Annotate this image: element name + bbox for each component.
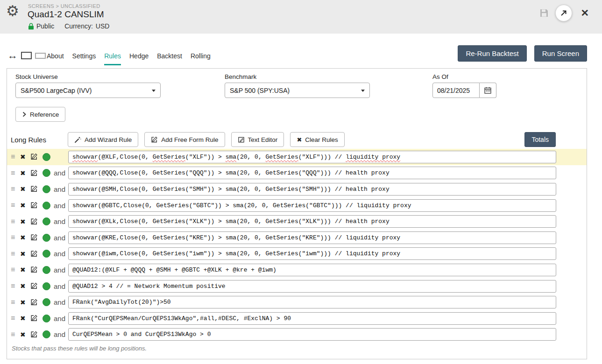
edit-rule-icon[interactable] <box>30 234 42 241</box>
delete-rule-icon[interactable]: ✖ <box>20 185 30 193</box>
edit-rule-icon[interactable] <box>30 202 42 209</box>
rule-connector-label: and <box>54 169 68 177</box>
rule-input[interactable]: FRank("AvgDailyTot(20)")>50 <box>68 296 556 308</box>
visibility-label: Public <box>36 22 54 30</box>
rule-row: ≡✖ and@QUAD12 > 4 // = Network Momentum … <box>7 278 587 294</box>
edit-rule-icon[interactable] <box>30 282 42 290</box>
app-header: ⚙ SCREENS > UNCLASSIFIED Quad1-2 CANSLIM… <box>0 0 602 34</box>
rule-enabled-toggle[interactable] <box>42 185 54 193</box>
layout-wide-icon[interactable] <box>21 52 32 59</box>
add-wizard-rule-button[interactable]: Add Wizard Rule <box>68 132 138 147</box>
rule-enabled-toggle[interactable] <box>42 330 54 338</box>
text-editor-button[interactable]: Text Editor <box>231 132 284 147</box>
edit-rule-icon[interactable] <box>30 266 42 273</box>
edit-rule-icon[interactable] <box>30 153 42 161</box>
rule-input[interactable]: showvar(@KRE,Close(0, GetSeries("KRE")) … <box>68 231 556 244</box>
reference-button[interactable]: Reference <box>15 107 65 122</box>
gear-icon[interactable]: ⚙ <box>6 4 19 18</box>
rule-enabled-toggle[interactable] <box>42 315 54 322</box>
rule-enabled-toggle[interactable] <box>42 250 54 258</box>
clear-rules-button[interactable]: ✖ Clear Rules <box>290 132 344 147</box>
rule-input[interactable]: showvar(@XLF,Close(0, GetSeries("XLF")) … <box>68 151 556 163</box>
delete-rule-icon[interactable]: ✖ <box>20 315 30 322</box>
delete-rule-icon[interactable]: ✖ <box>20 282 30 290</box>
rule-input[interactable]: @QUAD12:(@XLF + @QQQ + @SMH + @GBTC +@XL… <box>68 264 556 276</box>
rule-input[interactable]: showvar(@QQQ,Close(0, GetSeries("QQQ")) … <box>68 167 556 179</box>
add-freeform-rule-button[interactable]: Add Free Form Rule <box>144 132 225 147</box>
delete-rule-icon[interactable]: ✖ <box>20 218 30 225</box>
edit-rule-icon[interactable] <box>30 169 42 177</box>
tab-hedge[interactable]: Hedge <box>129 52 149 65</box>
as-of-date-input[interactable] <box>432 83 480 98</box>
delete-rule-icon[interactable]: ✖ <box>20 266 30 273</box>
rule-enabled-toggle[interactable] <box>42 169 54 177</box>
rule-input[interactable]: showvar(@iwm,Close(0, GetSeries("iwm")) … <box>68 247 556 260</box>
delete-rule-icon[interactable]: ✖ <box>20 250 30 258</box>
delete-rule-icon[interactable]: ✖ <box>20 331 30 338</box>
rule-row: ≡✖ showvar(@XLF,Close(0, GetSeries("XLF"… <box>7 149 587 165</box>
drag-handle-icon[interactable]: ≡ <box>11 153 20 161</box>
drag-handle-icon[interactable]: ≡ <box>11 314 20 322</box>
delete-rule-icon[interactable]: ✖ <box>20 299 30 306</box>
tab-settings[interactable]: Settings <box>72 52 96 65</box>
drag-handle-icon[interactable]: ≡ <box>11 298 20 307</box>
drag-handle-icon[interactable]: ≡ <box>11 233 20 242</box>
tab-rolling[interactable]: Rolling <box>191 52 211 65</box>
edit-rule-icon[interactable] <box>30 331 42 338</box>
rule-enabled-toggle[interactable] <box>42 234 54 242</box>
rule-enabled-toggle[interactable] <box>42 153 54 161</box>
rule-enabled-toggle[interactable] <box>42 202 54 210</box>
tab-about[interactable]: About <box>47 52 64 65</box>
edit-rule-icon[interactable] <box>30 315 42 322</box>
rule-input[interactable]: CurQEPSMean > 0 and CurQEPS13WkAgo > 0 <box>68 328 556 341</box>
drag-handle-icon[interactable]: ≡ <box>11 217 20 226</box>
edit-rule-icon[interactable] <box>30 250 42 258</box>
delete-rule-icon[interactable]: ✖ <box>20 169 30 177</box>
rerun-backtest-button[interactable]: Re-Run Backtest <box>458 45 526 62</box>
edit-rule-icon[interactable] <box>30 299 42 306</box>
benchmark-label: Benchmark <box>225 73 256 80</box>
drag-handle-icon[interactable]: ≡ <box>11 185 20 193</box>
run-screen-button[interactable]: Run Screen <box>534 45 587 62</box>
layout-narrow-icon[interactable] <box>35 53 46 59</box>
rule-enabled-toggle[interactable] <box>42 282 54 290</box>
close-icon[interactable]: ✕ <box>579 7 591 20</box>
calendar-button[interactable] <box>480 83 496 98</box>
rule-input[interactable]: @QUAD12 > 4 // = Network Momentum positi… <box>68 280 556 293</box>
rule-input[interactable]: showvar(@XLk,Close(0, GetSeries("XLK")) … <box>68 215 556 228</box>
edit-rule-icon[interactable] <box>30 218 42 225</box>
open-external-button[interactable] <box>555 5 572 21</box>
edit-square-icon <box>151 136 158 143</box>
delete-rule-icon[interactable]: ✖ <box>20 202 30 209</box>
tab-rules[interactable]: Rules <box>104 52 121 65</box>
rule-connector-label: and <box>54 266 68 274</box>
rule-row: ≡✖ andshowvar(@GBTC,Close(0, GetSeries("… <box>7 197 587 214</box>
page-title: Quad1-2 CANSLIM <box>28 9 104 20</box>
drag-handle-icon[interactable]: ≡ <box>11 266 20 274</box>
stock-universe-value: S&P500 LargeCap (IVV) <box>21 87 92 94</box>
benchmark-dropdown[interactable]: S&P 500 (SPY:USA) <box>225 83 370 98</box>
save-icon[interactable] <box>539 8 549 18</box>
rule-enabled-toggle[interactable] <box>42 217 54 225</box>
tab-backtest[interactable]: Backtest <box>157 52 182 65</box>
drag-handle-icon[interactable]: ≡ <box>11 169 20 177</box>
drag-handle-icon[interactable]: ≡ <box>11 250 20 258</box>
delete-rule-icon[interactable]: ✖ <box>20 153 30 161</box>
rule-enabled-toggle[interactable] <box>42 298 54 306</box>
delete-rule-icon[interactable]: ✖ <box>20 234 30 241</box>
stock-universe-dropdown[interactable]: S&P500 LargeCap (IVV) <box>15 83 161 98</box>
drag-handle-icon[interactable]: ≡ <box>11 282 20 290</box>
rule-connector-label: and <box>54 234 68 242</box>
rule-row: ≡✖ andshowvar(@KRE,Close(0, GetSeries("K… <box>7 230 587 246</box>
rule-input[interactable]: showvar(@SMH,Close(0, GetSeries("SMH")) … <box>68 183 556 196</box>
drag-handle-icon[interactable]: ≡ <box>11 201 20 210</box>
rule-enabled-toggle[interactable] <box>42 266 54 274</box>
totals-button[interactable]: Totals <box>524 132 556 147</box>
edit-rule-icon[interactable] <box>30 185 42 193</box>
rule-row: ≡✖ andshowvar(@iwm,Close(0, GetSeries("i… <box>7 246 587 262</box>
resize-horizontal-icon[interactable]: ↔ <box>7 50 18 61</box>
rule-input[interactable]: showvar(@GBTC,Close(0, GetSeries("GBTC")… <box>68 199 556 212</box>
rule-connector-label: and <box>54 315 68 322</box>
drag-handle-icon[interactable]: ≡ <box>11 330 20 339</box>
rule-input[interactable]: FRank("CurQEPSMean/CurQEPS13WkAgo",#all,… <box>68 312 556 325</box>
